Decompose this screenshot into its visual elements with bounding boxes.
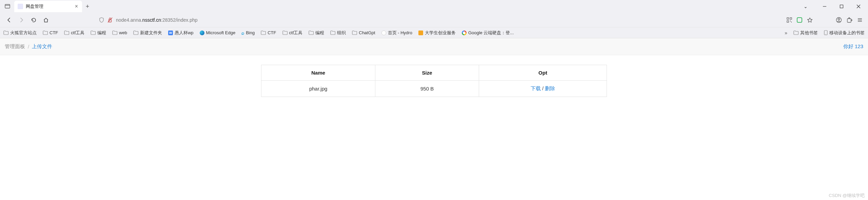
bookmark-item[interactable]: 首页 - Hydro xyxy=(381,30,412,36)
bookmark-label: 大学生创业服务 xyxy=(425,30,456,36)
svg-rect-17 xyxy=(851,20,852,21)
qr-icon[interactable] xyxy=(787,17,792,23)
svg-rect-12 xyxy=(791,22,792,22)
cell-opt: 下载/删除 xyxy=(479,81,607,97)
bookmarks-bar: 火狐官方站点CTFctf工具编程web新建文件夹W愚人杯wpMicrosoft … xyxy=(0,27,868,38)
minimize-button[interactable] xyxy=(817,1,832,12)
app-menu-icon[interactable] xyxy=(3,2,12,11)
nav-buttons xyxy=(3,16,52,24)
app-menu-button[interactable] xyxy=(857,17,863,23)
svg-point-14 xyxy=(838,19,840,20)
bookmark-item[interactable]: ctf工具 xyxy=(64,30,84,36)
bookmark-item[interactable]: 编程 xyxy=(309,30,324,36)
bookmark-label: ChatGpt xyxy=(359,30,375,35)
file-table: Name Size Opt phar.jpg950 B下载/删除 xyxy=(261,65,607,97)
bookmark-item[interactable]: 新建文件夹 xyxy=(133,30,162,36)
extensions-icon[interactable] xyxy=(847,17,852,23)
greeting-text[interactable]: 你好 123 xyxy=(843,43,863,50)
bookmark-item[interactable]: W愚人杯wp xyxy=(168,30,194,36)
bookmark-label: ctf工具 xyxy=(71,30,84,36)
svg-point-22 xyxy=(826,34,826,35)
reload-button[interactable] xyxy=(30,16,37,24)
bookmark-label: 愚人杯wp xyxy=(175,30,194,36)
tabs-dropdown-icon[interactable]: ⌄ xyxy=(798,1,813,12)
page-header: 管理面板 / 上传文件 你好 123 xyxy=(0,38,868,55)
bookmark-item[interactable]: 移动设备上的书签 xyxy=(824,30,865,36)
bookmarks-right: »其他书签移动设备上的书签 xyxy=(785,30,865,36)
tab-favicon xyxy=(18,4,23,9)
page-content: Name Size Opt phar.jpg950 B下载/删除 xyxy=(0,55,868,106)
toolbar-right-icons xyxy=(787,17,865,23)
bookmark-label: CTF xyxy=(50,30,58,35)
tab-strip: 网盘管理 × + ⌄ xyxy=(0,0,868,13)
address-bar[interactable]: node4.anna.nssctf.cn:28352/index.php xyxy=(55,17,783,23)
close-window-button[interactable] xyxy=(851,1,866,12)
bookmark-item[interactable]: Microsoft Edge xyxy=(200,30,236,35)
bookmark-label: ctf工具 xyxy=(289,30,303,36)
bookmark-item[interactable]: ChatGpt xyxy=(352,30,375,35)
download-link[interactable]: 下载 xyxy=(531,85,541,91)
th-opt: Opt xyxy=(479,65,607,81)
maximize-button[interactable] xyxy=(834,1,849,12)
account-icon[interactable] xyxy=(836,17,842,23)
bookmark-label: CTF xyxy=(268,30,276,35)
browser-tab[interactable]: 网盘管理 × xyxy=(14,1,82,12)
bookmark-item[interactable]: Google 云端硬盘：登... xyxy=(462,30,514,36)
bookmark-label: 编程 xyxy=(97,30,106,36)
bookmark-item[interactable]: CTF xyxy=(43,30,58,35)
bookmark-label: 编程 xyxy=(315,30,324,36)
bookmark-label: Bing xyxy=(246,30,255,35)
toolbar: node4.anna.nssctf.cn:28352/index.php xyxy=(0,13,868,27)
insecure-lock-icon[interactable] xyxy=(107,17,113,23)
tab-close-icon[interactable]: × xyxy=(74,3,79,9)
bookmark-label: 其他书签 xyxy=(800,30,818,36)
url-path: :28352/index.php xyxy=(161,17,197,23)
cell-size: 950 B xyxy=(375,81,479,97)
back-button[interactable] xyxy=(5,16,13,24)
window-controls: ⌄ xyxy=(798,1,868,12)
new-tab-button[interactable]: + xyxy=(82,3,93,10)
opt-sep: / xyxy=(542,85,544,91)
tab-title: 网盘管理 xyxy=(26,4,72,9)
bookmark-label: Google 云端硬盘：登... xyxy=(468,30,514,36)
breadcrumb-root: 管理面板 xyxy=(5,43,25,50)
bookmark-label: 组织 xyxy=(337,30,346,36)
bookmark-item[interactable]: 组织 xyxy=(330,30,346,36)
url-host-pre: node4.anna. xyxy=(116,17,142,23)
bookmark-label: 移动设备上的书签 xyxy=(829,30,865,36)
bookmark-label: web xyxy=(119,30,127,35)
bookmark-star-icon[interactable] xyxy=(807,17,813,23)
delete-link[interactable]: 删除 xyxy=(545,85,555,91)
breadcrumb-link-upload[interactable]: 上传文件 xyxy=(32,43,52,50)
svg-rect-0 xyxy=(5,4,10,8)
shield-icon[interactable] xyxy=(99,17,104,23)
bookmark-item[interactable]: 火狐官方站点 xyxy=(3,30,37,36)
forward-button[interactable] xyxy=(18,16,25,24)
th-name: Name xyxy=(261,65,375,81)
url-text: node4.anna.nssctf.cn:28352/index.php xyxy=(116,17,198,23)
bookmarks-overflow-icon[interactable]: » xyxy=(785,30,787,36)
bookmark-item[interactable]: CTF xyxy=(261,30,276,35)
home-button[interactable] xyxy=(42,16,50,24)
th-size: Size xyxy=(375,65,479,81)
bookmark-item[interactable]: 编程 xyxy=(91,30,106,36)
breadcrumb: 管理面板 / 上传文件 xyxy=(5,43,52,50)
bookmark-item[interactable]: ctf工具 xyxy=(282,30,303,36)
svg-rect-11 xyxy=(790,21,791,21)
bookmark-item[interactable]: 其他书签 xyxy=(793,30,818,36)
bookmark-item[interactable]: web xyxy=(112,30,127,35)
svg-rect-15 xyxy=(847,19,851,22)
bookmark-label: 首页 - Hydro xyxy=(388,30,412,36)
bookmark-label: 新建文件夹 xyxy=(140,30,162,36)
cell-name: phar.jpg xyxy=(261,81,375,97)
svg-rect-16 xyxy=(849,18,850,19)
bookmark-item[interactable]: ⌕Bing xyxy=(241,30,255,36)
bookmark-item[interactable]: 大学生创业服务 xyxy=(418,30,456,36)
table-header-row: Name Size Opt xyxy=(261,65,607,81)
extension-green-icon[interactable] xyxy=(797,17,802,23)
breadcrumb-sep: / xyxy=(28,44,29,49)
bookmark-label: Microsoft Edge xyxy=(206,30,236,35)
svg-rect-9 xyxy=(790,18,792,19)
svg-rect-10 xyxy=(787,21,789,22)
address-icons xyxy=(99,17,113,23)
